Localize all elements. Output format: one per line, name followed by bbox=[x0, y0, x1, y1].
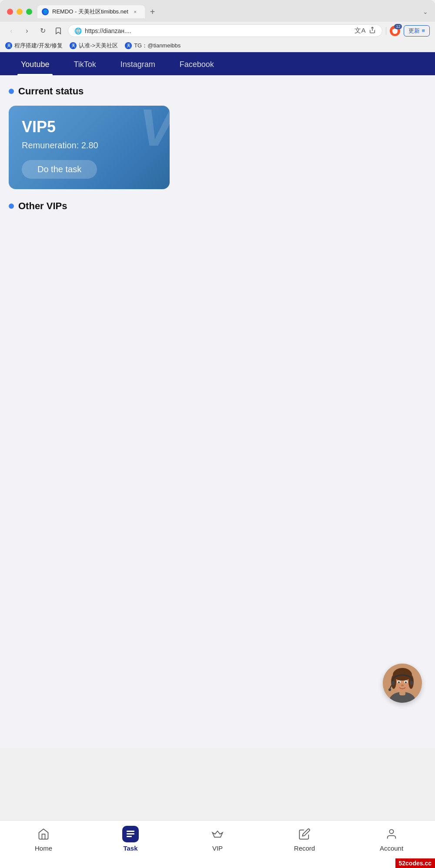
translate-button[interactable]: 文A bbox=[355, 27, 365, 35]
vip-bg-letter: V bbox=[139, 106, 170, 154]
update-button[interactable]: 更新 ≡ bbox=[404, 25, 430, 37]
svg-point-20 bbox=[389, 830, 393, 834]
support-avatar-image bbox=[383, 664, 422, 703]
active-tab[interactable]: 🌐 REMDO - 天美社区timibbs.net × bbox=[37, 5, 145, 18]
title-bar: 🌐 REMDO - 天美社区timibbs.net × + ⌄ bbox=[0, 0, 435, 22]
nav-task[interactable]: Task bbox=[113, 826, 148, 852]
current-status-title: Current status bbox=[9, 86, 426, 97]
tab-youtube[interactable]: Youtube bbox=[9, 52, 61, 75]
tab-title: REMDO - 天美社区timibbs.net bbox=[52, 8, 128, 16]
tab-close-button[interactable]: × bbox=[132, 8, 139, 15]
nav-divider bbox=[386, 27, 386, 35]
bookmark-label-2: 认准->天美社区 bbox=[79, 42, 118, 50]
tab-tiktok[interactable]: TikTok bbox=[61, 52, 108, 75]
bookmark-label-3: TG：@tianmeibbs bbox=[134, 42, 181, 50]
maximize-traffic-light[interactable] bbox=[26, 9, 32, 15]
nav-account[interactable]: Account bbox=[374, 826, 409, 852]
record-label: Record bbox=[294, 845, 315, 852]
bottom-nav: Home Task VIP Record bbox=[0, 820, 435, 868]
bookmark-label-1: 程序搭建/开发/修复 bbox=[14, 42, 63, 50]
do-task-button[interactable]: Do the task bbox=[22, 160, 97, 179]
svg-point-12 bbox=[401, 684, 404, 686]
nav-record[interactable]: Record bbox=[287, 826, 322, 852]
bookmark-item-1[interactable]: 天 程序搭建/开发/修复 bbox=[5, 42, 63, 50]
bookmark-favicon-1: 天 bbox=[5, 42, 12, 49]
svg-rect-13 bbox=[392, 681, 395, 685]
bookmark-favicon-2: 天 bbox=[70, 42, 77, 49]
vip-remuneration: Remuneration: 2.80 bbox=[22, 140, 157, 150]
new-tab-button[interactable]: + bbox=[147, 7, 159, 17]
svg-rect-14 bbox=[410, 681, 413, 685]
bookmark-button[interactable] bbox=[52, 25, 64, 37]
traffic-lights bbox=[7, 9, 32, 15]
vip-icon bbox=[209, 826, 226, 842]
close-traffic-light[interactable] bbox=[7, 9, 13, 15]
home-icon bbox=[35, 826, 52, 842]
refresh-button[interactable]: ↻ bbox=[37, 25, 49, 37]
platform-tabs: Youtube TikTok Instagram Facebook bbox=[0, 52, 435, 75]
address-url: https://dianzан.... bbox=[85, 27, 351, 34]
record-icon bbox=[296, 826, 313, 842]
support-avatar[interactable] bbox=[383, 664, 422, 703]
watermark: 52codes.cc bbox=[395, 858, 435, 868]
svg-point-11 bbox=[405, 681, 407, 683]
bookmarks-bar: 天 程序搭建/开发/修复 天 认准->天美社区 天 TG：@tianmeibbs bbox=[0, 40, 435, 52]
minimize-traffic-light[interactable] bbox=[17, 9, 23, 15]
tab-bar: 🌐 REMDO - 天美社区timibbs.net × + ⌄ bbox=[37, 5, 428, 18]
svg-point-16 bbox=[388, 688, 391, 691]
bookmark-item-3[interactable]: 天 TG：@tianmeibbs bbox=[125, 42, 181, 50]
other-vips-title: Other VIPs bbox=[9, 200, 426, 212]
svg-rect-17 bbox=[127, 831, 134, 832]
tab-more-button[interactable]: ⌄ bbox=[423, 8, 428, 15]
tab-facebook[interactable]: Facebook bbox=[167, 52, 226, 75]
page-content: Youtube TikTok Instagram Facebook Curren… bbox=[0, 52, 435, 748]
brave-count: 12 bbox=[394, 24, 402, 29]
task-icon bbox=[122, 826, 139, 842]
current-status-section: Current status V VIP5 Remuneration: 2.80… bbox=[0, 75, 435, 196]
tab-favicon: 🌐 bbox=[42, 8, 49, 15]
account-icon bbox=[383, 826, 400, 842]
task-label: Task bbox=[123, 845, 137, 852]
address-bar[interactable]: 🌐 https://dianzан.... 文A bbox=[68, 24, 382, 37]
home-label: Home bbox=[35, 845, 52, 852]
share-button[interactable] bbox=[369, 27, 376, 35]
browser-chrome: 🌐 REMDO - 天美社区timibbs.net × + ⌄ ‹ › ↻ 🌐 … bbox=[0, 0, 435, 52]
vip-level: VIP5 bbox=[22, 118, 157, 136]
nav-bar: ‹ › ↻ 🌐 https://dianzан.... 文A bbox=[0, 22, 435, 40]
back-button[interactable]: ‹ bbox=[5, 25, 17, 37]
forward-button[interactable]: › bbox=[21, 25, 33, 37]
section-dot bbox=[9, 89, 14, 94]
brave-icon-badge[interactable]: 12 bbox=[390, 26, 400, 36]
address-favicon: 🌐 bbox=[74, 27, 81, 34]
bookmark-item-2[interactable]: 天 认准->天美社区 bbox=[70, 42, 118, 50]
svg-rect-19 bbox=[127, 836, 132, 837]
vip-label: VIP bbox=[212, 845, 223, 852]
svg-point-10 bbox=[398, 681, 400, 683]
tab-instagram[interactable]: Instagram bbox=[108, 52, 167, 75]
nav-home[interactable]: Home bbox=[26, 826, 61, 852]
svg-rect-18 bbox=[127, 833, 134, 835]
nav-vip[interactable]: VIP bbox=[200, 826, 235, 852]
other-vips-dot bbox=[9, 204, 14, 209]
bookmark-favicon-3: 天 bbox=[125, 42, 132, 49]
other-vips-section: Other VIPs bbox=[0, 196, 435, 229]
account-label: Account bbox=[380, 845, 403, 852]
vip-card: V VIP5 Remuneration: 2.80 Do the task bbox=[9, 106, 170, 189]
